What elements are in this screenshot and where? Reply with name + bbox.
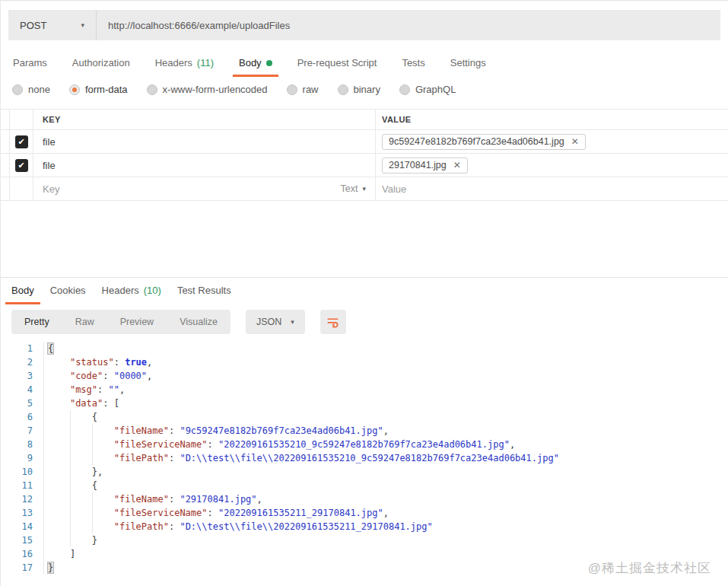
key-input[interactable]: Key: [43, 183, 59, 195]
tab-label: Cookies: [50, 285, 86, 296]
file-chip[interactable]: 29170841.jpg✕: [382, 158, 468, 174]
code-line: 15 }: [1, 533, 728, 547]
line-number: 5: [1, 397, 33, 410]
request-tab-body[interactable]: Body: [237, 56, 274, 77]
code-text: {: [44, 342, 728, 355]
body-mode-form-data[interactable]: form-data: [69, 84, 128, 95]
json-string: "9c59247e8182b769f7ca23e4ad06b41.jpg": [180, 425, 383, 436]
body-mode-graphql[interactable]: GraphQL: [399, 84, 456, 95]
tab-label: Tests: [402, 57, 424, 68]
json-punctuation: :: [169, 494, 180, 505]
json-key: "filePath": [114, 521, 169, 532]
fold-gutter: [33, 342, 44, 355]
json-punctuation: ,: [147, 371, 152, 381]
response-tab-cookies[interactable]: Cookies: [49, 283, 87, 304]
code-line: 5 "data": [: [1, 397, 728, 410]
value-input[interactable]: Value: [382, 183, 406, 195]
fold-gutter: [33, 520, 44, 533]
code-line: 1{: [1, 342, 728, 355]
json-punctuation: :: [103, 371, 113, 381]
value-type-select[interactable]: Text ▾: [341, 183, 366, 194]
code-line: 10 },: [1, 465, 728, 479]
json-key: "msg": [70, 384, 97, 395]
view-preview[interactable]: Preview: [107, 310, 167, 334]
json-punctuation: ]: [70, 549, 75, 559]
row-checkbox[interactable]: ✔: [15, 159, 28, 172]
code-text: },: [44, 465, 728, 479]
file-chip[interactable]: 9c59247e8182b769f7ca23e4ad06b41.jpg✕: [382, 134, 586, 150]
body-mode-none[interactable]: none: [12, 84, 50, 95]
json-punctuation: :: [169, 521, 180, 532]
fold-gutter: [33, 383, 44, 397]
close-icon[interactable]: ✕: [571, 137, 579, 146]
view-raw[interactable]: Raw: [62, 310, 107, 334]
json-punctuation: {: [92, 480, 97, 491]
view-pretty[interactable]: Pretty: [11, 310, 62, 334]
method-select[interactable]: POST ▾: [8, 10, 97, 40]
fold-gutter: [33, 355, 44, 369]
wrap-lines-button[interactable]: [320, 310, 346, 334]
line-number: 12: [1, 492, 33, 506]
indent-guide: [92, 424, 93, 438]
code-text: "fileServiceName": "202209161535211_2917…: [44, 506, 728, 520]
file-chip-name: 9c59247e8182b769f7ca23e4ad06b41.jpg: [389, 136, 564, 147]
body-mode-raw[interactable]: raw: [287, 84, 319, 95]
indent-guide: [92, 451, 93, 465]
key-cell[interactable]: file: [33, 154, 376, 177]
view-visualize[interactable]: Visualize: [167, 310, 230, 334]
radio-icon: [69, 84, 80, 95]
json-key: "fileServiceName": [114, 439, 208, 450]
json-key: "data": [70, 398, 103, 409]
indent-guide: [70, 424, 71, 438]
request-tab-tests[interactable]: Tests: [400, 56, 426, 77]
row-checkbox[interactable]: ✔: [15, 135, 28, 148]
json-punctuation: },: [92, 467, 103, 477]
tab-label: Body: [239, 57, 262, 68]
json-punctuation: }: [92, 535, 97, 546]
json-punctuation: :: [169, 425, 180, 436]
radio-icon: [287, 84, 297, 95]
close-icon[interactable]: ✕: [453, 161, 461, 170]
code-text: {: [44, 410, 728, 424]
code-text: "fileServiceName": "202209161535210_9c59…: [44, 438, 728, 451]
format-select[interactable]: JSON ▾: [246, 310, 305, 334]
key-cell[interactable]: file: [33, 130, 376, 153]
code-text: "filePath": "D:\\test\\file\\20220916153…: [44, 451, 728, 465]
body-mode-options: noneform-datax-www-form-urlencodedrawbin…: [12, 84, 456, 95]
active-tab-underline: [5, 302, 40, 304]
response-tab-body[interactable]: Body: [10, 283, 36, 304]
format-label: JSON: [256, 317, 281, 327]
tab-label: Authorization: [72, 57, 130, 68]
response-toolbar: PrettyRawPreviewVisualize JSON ▾: [11, 310, 346, 334]
request-tab-authorization[interactable]: Authorization: [71, 56, 132, 77]
fold-gutter: [33, 492, 44, 506]
request-tab-headers[interactable]: Headers(11): [154, 56, 215, 77]
json-punctuation: :: [169, 453, 180, 463]
request-tab-pre-request-script[interactable]: Pre-request Script: [296, 56, 379, 77]
response-tab-headers[interactable]: Headers(10): [100, 283, 163, 304]
code-text: "filePath": "D:\\test\\file\\20220916153…: [44, 520, 728, 533]
json-string: "29170841.jpg": [180, 494, 256, 505]
form-table-new-row: Key Text ▾ Value: [1, 177, 728, 201]
request-tab-settings[interactable]: Settings: [449, 56, 488, 77]
json-punctuation: ,: [257, 494, 262, 505]
indent-guide: [92, 520, 93, 533]
body-mode-binary[interactable]: binary: [338, 84, 380, 95]
url-input[interactable]: http://localhost:6666/example/uploadFile…: [97, 10, 720, 40]
json-key: "fileServiceName": [114, 508, 208, 518]
code-text: }: [44, 533, 728, 547]
body-mode-label: raw: [303, 84, 319, 95]
code-text: "fileName": "9c59247e8182b769f7ca23e4ad0…: [44, 424, 728, 438]
json-punctuation: ,: [383, 425, 389, 436]
response-tab-test-results[interactable]: Test Results: [176, 283, 233, 304]
request-tab-params[interactable]: Params: [11, 56, 49, 77]
method-label: POST: [20, 20, 46, 31]
request-url-bar: POST ▾ http://localhost:6666/example/upl…: [8, 10, 720, 40]
fold-gutter: [33, 465, 44, 479]
line-number: 1: [1, 342, 33, 355]
line-number: 8: [1, 438, 33, 451]
key-column-header: KEY: [43, 115, 61, 124]
body-mode-x-www-form-urlencoded[interactable]: x-www-form-urlencoded: [147, 84, 268, 95]
json-punctuation: ,: [119, 384, 125, 395]
response-body-code[interactable]: 1{2 "status": true,3 "code": "0000",4 "m…: [1, 342, 728, 575]
